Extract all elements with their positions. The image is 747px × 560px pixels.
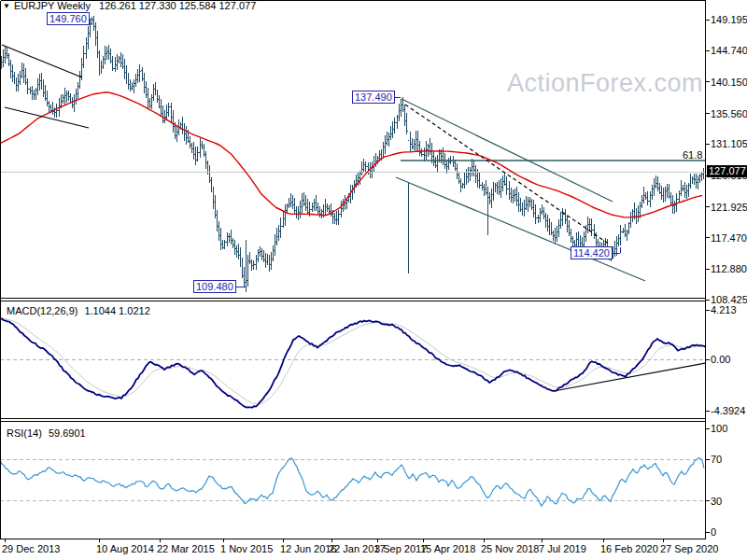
price-tag-2020-low: 114.420 — [571, 246, 613, 259]
date-label: 22 Mar 2015 — [157, 543, 215, 554]
rsi-axis-label: 0 — [711, 526, 716, 538]
macd-signal-line — [0, 318, 706, 404]
rsi-axis-label: 70 — [711, 454, 722, 465]
date-label: 29 Dec 2013 — [2, 543, 60, 554]
price-axis-label: 149.195 — [711, 14, 747, 25]
date-label: 1 Nov 2015 — [220, 543, 273, 554]
date-label: 3 Sep 2017 — [374, 543, 427, 554]
price-axis-label: 121.925 — [711, 202, 747, 213]
macd-axis-label: -4.3924 — [711, 405, 745, 416]
price-axis-label: 112.880 — [711, 263, 747, 274]
macd-values: 1.1044 1.0212 — [84, 305, 149, 316]
ma-red-line — [0, 92, 702, 217]
price-tag-2016-low: 109.480 — [193, 280, 236, 293]
chart-title-bar: ▼ EURJPY Weekly 126.261 127.330 125.584 … — [3, 0, 256, 12]
rsi-axis-label: 100 — [711, 423, 727, 434]
macd-axis-label: 0.00 — [711, 354, 730, 365]
macd-title: MACD(12,26,9) — [7, 305, 78, 316]
price-axis-label: 135.560 — [711, 108, 747, 119]
rsi-value: 59.6901 — [49, 427, 86, 439]
date-label: 15 Apr 2018 — [420, 543, 475, 554]
date-label: 25 Nov 2018 — [481, 543, 539, 554]
collapse-triangle-icon[interactable]: ▼ — [3, 0, 10, 12]
price-axis-label: 131.105 — [711, 138, 747, 149]
price-axis-label: 144.740 — [711, 45, 747, 56]
panel-borders — [1, 1, 711, 543]
date-label: 10 Aug 2014 — [96, 543, 154, 554]
fib-61-8-label: 61.8 — [683, 149, 702, 161]
date-label: 27 Sep 2020 — [660, 543, 718, 554]
price-axis-label: 140.150 — [711, 77, 747, 88]
date-label: 7 Jul 2019 — [539, 543, 586, 554]
rsi-axis-label: 30 — [711, 496, 722, 507]
price-axis-label: 117.470 — [711, 232, 747, 244]
rsi-indicator-header: RSI(14)59.6901 — [7, 427, 86, 440]
date-label: 16 Feb 2020 — [600, 543, 658, 554]
macd-axis-label: 4.213 — [711, 304, 737, 315]
rsi-line — [0, 458, 704, 506]
price-tag-2018-peak: 137.490 — [352, 91, 395, 104]
symbol-timeframe-label: EURJPY Weekly — [14, 0, 91, 12]
macd-indicator-header: MACD(12,26,9)1.1044 1.0212 — [7, 305, 150, 317]
ohlc-values-label: 126.261 127.330 125.584 127.077 — [99, 0, 256, 12]
macd-panel — [0, 318, 706, 407]
price-tag-high: 149.760 — [47, 12, 90, 25]
current-price-tag: 127.077 — [707, 165, 747, 177]
chart-window: ActionForex.com ▼ EURJPY Weekly 126.261 … — [0, 0, 747, 560]
macd-main-line — [0, 318, 706, 407]
rsi-title: RSI(14) — [7, 427, 42, 439]
rsi-panel — [0, 458, 706, 506]
chart-canvas[interactable] — [0, 0, 747, 560]
